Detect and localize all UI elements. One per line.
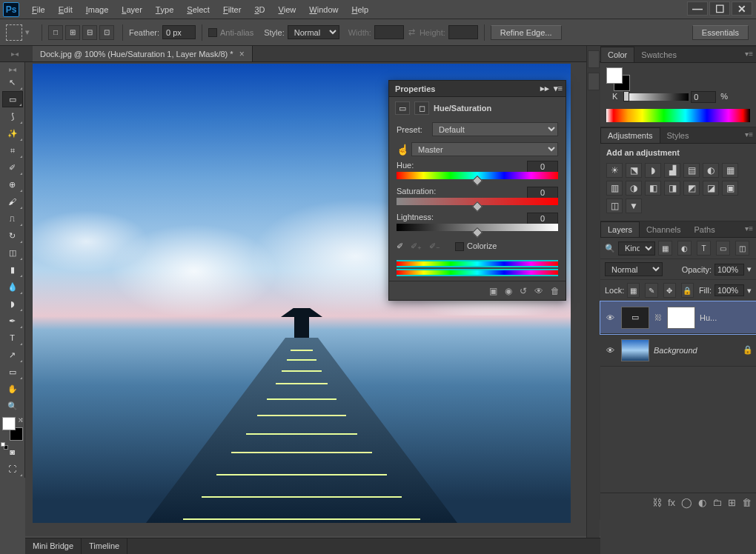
menu-layer[interactable]: Layer (115, 0, 149, 19)
crop-tool[interactable]: ⌗ (2, 142, 23, 158)
color-spectrum[interactable] (606, 109, 750, 122)
lock-transparency-icon[interactable]: ▦ (627, 283, 640, 298)
layer-row-adjustment[interactable]: 👁 ▭ ⛓ Hu... (600, 301, 756, 334)
style-select[interactable]: Normal (288, 25, 339, 39)
adj-color-balance-icon[interactable]: ▦ (722, 163, 738, 178)
adj-channel-mixer-icon[interactable]: ◧ (645, 181, 661, 196)
channel-select[interactable]: Master (411, 142, 558, 156)
healing-tool[interactable]: ⊕ (2, 176, 23, 193)
filter-adjust-icon[interactable]: ◐ (677, 241, 692, 256)
adj-hue-saturation-icon[interactable]: ◐ (703, 163, 719, 178)
lasso-tool[interactable]: ⟆ (2, 108, 23, 124)
color-fg-bg-swatch[interactable] (606, 67, 630, 91)
menu-edit[interactable]: Edit (52, 0, 79, 19)
layer-mask-thumb[interactable] (667, 307, 695, 329)
selection-subtract-icon[interactable]: ⊟ (82, 25, 97, 40)
tab-color[interactable]: Color (600, 47, 634, 62)
targeted-adjust-icon[interactable]: ☝ (397, 144, 411, 156)
path-select-tool[interactable]: ↗ (2, 347, 23, 363)
adj-threshold-icon[interactable]: ▣ (722, 181, 738, 196)
history-brush-tool[interactable]: ↻ (2, 227, 23, 244)
eyedropper-tool[interactable]: ✐ (2, 159, 23, 176)
toolbox-grip[interactable]: ▸◂ (0, 64, 24, 73)
filter-shape-icon[interactable]: ▭ (716, 241, 730, 256)
adj-vibrance-icon[interactable]: ▤ (683, 163, 700, 178)
history-panel-icon[interactable] (588, 50, 600, 68)
eyedropper-add-icon[interactable]: ✐₊ (411, 241, 422, 251)
screenmode-button[interactable]: ⛶ (2, 461, 23, 477)
quickmask-button[interactable]: ◙ (2, 444, 23, 460)
saturation-slider[interactable] (397, 198, 558, 205)
delete-adjustment-icon[interactable]: 🗑 (551, 286, 560, 296)
selection-add-icon[interactable]: ⊞ (65, 25, 80, 40)
add-mask-icon[interactable]: ◯ (681, 497, 692, 508)
layer-visibility-icon[interactable]: 👁 (603, 313, 617, 322)
maximize-button[interactable]: ☐ (709, 1, 730, 16)
minimize-button[interactable]: — (687, 1, 708, 16)
brush-panel-icon[interactable] (588, 73, 600, 90)
tab-adjustments[interactable]: Adjustments (600, 127, 660, 143)
lock-position-icon[interactable]: ✥ (663, 283, 676, 298)
layer-filter-kind[interactable]: Kind (618, 241, 655, 256)
k-value-input[interactable] (691, 91, 716, 103)
adj-black-white-icon[interactable]: ▥ (606, 181, 623, 196)
layer-name[interactable]: Hu... (700, 313, 753, 322)
mask-properties-icon[interactable]: ◻ (414, 101, 429, 115)
saturation-value[interactable] (527, 187, 558, 198)
menu-file[interactable]: File (25, 0, 52, 19)
move-tool[interactable]: ↖ (2, 74, 23, 90)
lightness-slider[interactable] (397, 224, 558, 231)
menu-view[interactable]: View (271, 0, 302, 19)
menu-image[interactable]: Image (79, 0, 116, 19)
tab-mini-bridge[interactable]: Mini Bridge (25, 538, 82, 554)
feather-input[interactable] (162, 25, 196, 39)
tab-channels[interactable]: Channels (640, 222, 687, 237)
menu-help[interactable]: Help (345, 0, 375, 19)
filter-pixel-icon[interactable]: ▦ (658, 241, 672, 256)
menu-type[interactable]: Type (149, 0, 180, 19)
zoom-tool[interactable]: 🔍 (2, 398, 23, 414)
new-fill-adjust-icon[interactable]: ◐ (698, 497, 706, 508)
new-group-icon[interactable]: 🗀 (712, 497, 722, 508)
fx-icon[interactable]: fx (668, 497, 675, 508)
layer-name[interactable]: Background (654, 346, 743, 355)
document-tab[interactable]: Dock.jpg @ 100% (Hue/Saturation 1, Layer… (33, 46, 253, 61)
collapse-icon[interactable]: ▸▸ (540, 84, 549, 93)
reset-icon[interactable]: ↺ (520, 286, 527, 296)
toggle-visibility-icon[interactable]: 👁 (534, 286, 543, 296)
adj-selective-color-icon[interactable]: ▼ (626, 198, 642, 213)
layer-image-thumb[interactable] (621, 339, 649, 361)
menu-window[interactable]: Window (302, 0, 345, 19)
foreground-color[interactable] (2, 417, 16, 430)
fill-flyout[interactable]: ▾ (747, 286, 752, 296)
fill-input[interactable] (714, 284, 744, 296)
properties-menu-icon[interactable]: ▾≡ (554, 84, 563, 93)
menu-filter[interactable]: Filter (216, 0, 248, 19)
type-tool[interactable]: T (2, 330, 23, 346)
swap-colors-icon[interactable]: ⤭ (18, 416, 24, 424)
adj-invert-icon[interactable]: ◩ (683, 181, 700, 196)
adj-brightness-contrast-icon[interactable]: ☀ (606, 163, 623, 178)
blur-tool[interactable]: 💧 (2, 278, 23, 295)
brush-tool[interactable]: 🖌 (2, 193, 23, 210)
lock-pixels-icon[interactable]: ✎ (645, 283, 657, 298)
color-panel-menu[interactable]: ▾≡ (745, 50, 753, 58)
tab-styles[interactable]: Styles (660, 128, 696, 143)
tool-preset-picker[interactable] (6, 24, 22, 41)
eyedropper-icon[interactable]: ✐ (397, 241, 403, 251)
pen-tool[interactable]: ✒ (2, 313, 23, 329)
new-layer-icon[interactable]: ⊞ (728, 497, 736, 508)
hue-range-strip-top[interactable] (397, 260, 558, 267)
filter-type-icon[interactable]: T (697, 241, 711, 256)
adjustments-panel-menu[interactable]: ▾≡ (745, 130, 753, 138)
adj-levels-icon[interactable]: ⬔ (626, 163, 642, 178)
filter-smart-icon[interactable]: ◫ (735, 241, 749, 256)
link-layers-icon[interactable]: ⛓ (652, 497, 662, 508)
hue-value[interactable] (527, 161, 558, 173)
properties-titlebar[interactable]: Properties ▸▸ ▾≡ (389, 81, 566, 97)
gradient-tool[interactable]: ▮ (2, 261, 23, 278)
tab-paths[interactable]: Paths (688, 222, 722, 237)
adjustment-type-icon[interactable]: ▭ (395, 101, 410, 115)
adj-gradient-map-icon[interactable]: ◫ (606, 198, 623, 213)
k-slider[interactable] (623, 93, 689, 101)
